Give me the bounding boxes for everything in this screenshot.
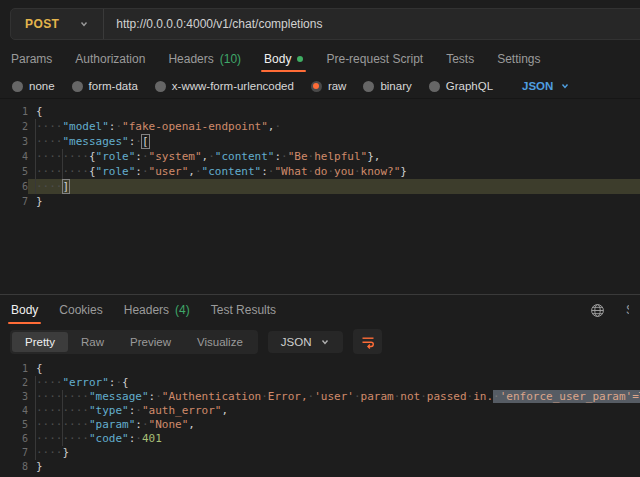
- code-token: "role": [96, 165, 136, 178]
- tab-label: Cookies: [59, 303, 102, 317]
- method-dropdown[interactable]: POST: [11, 9, 103, 39]
- tab-tests[interactable]: Tests: [446, 46, 474, 72]
- code-token: "user": [149, 165, 189, 178]
- code-token: "content": [215, 150, 275, 163]
- radio-label: raw: [328, 80, 347, 92]
- line-content: ····"model":·"fake-openai-endpoint",·: [28, 119, 640, 134]
- tab-headers[interactable]: Headers(4): [124, 296, 190, 324]
- code-token: know?": [361, 165, 401, 178]
- code-token: ·: [354, 165, 361, 178]
- radio-label: form-data: [89, 80, 138, 92]
- tab-authorization[interactable]: Authorization: [75, 46, 145, 72]
- code-token: ·: [155, 390, 162, 403]
- code-token: :: [135, 418, 142, 431]
- radio-icon: [72, 81, 83, 92]
- line-number: 6: [0, 432, 28, 446]
- url-input[interactable]: [104, 16, 640, 32]
- code-line: 8}: [0, 460, 640, 474]
- radio-icon: [429, 81, 440, 92]
- body-type-none[interactable]: none: [12, 80, 55, 92]
- code-token: "param": [89, 418, 135, 431]
- request-tabs: ParamsAuthorizationHeaders(10)BodyPre-re…: [0, 46, 640, 72]
- body-type-form-data[interactable]: form-data: [72, 80, 138, 92]
- modified-dot-icon: [297, 56, 303, 62]
- raw-language-select[interactable]: JSON: [522, 80, 570, 92]
- body-type-x-www-form-urlencoded[interactable]: x-www-form-urlencoded: [155, 80, 294, 92]
- body-type-raw[interactable]: raw: [311, 80, 347, 92]
- code-token: ·: [274, 120, 281, 133]
- code-token: :: [261, 165, 268, 178]
- code-line: 1{: [0, 104, 640, 119]
- tab-label: Pre-request Script: [326, 52, 423, 66]
- line-number: 3: [0, 134, 28, 149]
- response-body-editor[interactable]: 1{2····"error":·{3········"message":·"Au…: [0, 357, 640, 477]
- code-token: ·: [261, 390, 268, 403]
- code-token: ,: [188, 418, 195, 431]
- tab-label: Test Results: [211, 303, 276, 317]
- code-token: "message": [89, 390, 149, 403]
- code-token: "model": [63, 120, 109, 133]
- status-text-fragment: S: [626, 303, 629, 317]
- line-content: {: [28, 104, 640, 119]
- request-body-editor[interactable]: 1{2····"model":·"fake-openai-endpoint",·…: [0, 98, 640, 294]
- view-tab-preview[interactable]: Preview: [117, 332, 184, 352]
- line-content: ········"type":·"auth_error",: [28, 404, 640, 418]
- line-content: ····]: [28, 179, 640, 194]
- code-token: not: [400, 390, 420, 403]
- body-type-graphql[interactable]: GraphQL: [429, 80, 493, 92]
- code-token: ·: [195, 165, 202, 178]
- code-line: 3········"message":·"Authentication·Erro…: [0, 390, 640, 404]
- code-line: 4········"type":·"auth_error",: [0, 404, 640, 418]
- code-token: "Be: [288, 150, 308, 163]
- radio-icon: [155, 81, 166, 92]
- chevron-down-icon: [560, 81, 570, 91]
- line-number: 2: [0, 119, 28, 134]
- line-content: {: [28, 362, 640, 376]
- tab-body[interactable]: Body: [11, 296, 38, 324]
- tab-test-results[interactable]: Test Results: [211, 296, 276, 324]
- line-number: 1: [0, 362, 28, 376]
- tab-label: Headers: [168, 52, 213, 66]
- tab-label: Params: [11, 52, 52, 66]
- code-line: 6····]: [0, 179, 640, 194]
- response-language-label: JSON: [281, 336, 312, 348]
- code-line: 5········{"role":·"user",·"content":·"Wh…: [0, 164, 640, 179]
- tab-pre-request-script[interactable]: Pre-request Script: [326, 46, 423, 72]
- code-line: 5········"param":·"None",: [0, 418, 640, 432]
- code-token: ····: [36, 120, 63, 133]
- tab-headers[interactable]: Headers(10): [168, 46, 241, 72]
- code-line: 7}: [0, 194, 640, 209]
- tab-label: Settings: [497, 52, 540, 66]
- line-number: 5: [0, 164, 28, 179]
- code-token: "fake-openai-endpoint": [122, 120, 268, 133]
- code-line: 3····"messages":·[: [0, 134, 640, 149]
- line-content: ········"code":·401: [28, 432, 640, 446]
- code-line: 6········"code":·401: [0, 432, 640, 446]
- view-tab-pretty[interactable]: Pretty: [12, 332, 68, 352]
- line-number: 3: [0, 390, 28, 404]
- tab-body[interactable]: Body: [264, 46, 303, 72]
- response-section-separator: [0, 294, 640, 295]
- code-token: Error,: [268, 390, 308, 403]
- tab-params[interactable]: Params: [11, 46, 52, 72]
- body-type-binary[interactable]: binary: [363, 80, 411, 92]
- code-token: ·: [420, 390, 427, 403]
- code-token: ·: [135, 432, 142, 445]
- line-content: ········"param":·"None",: [28, 418, 640, 432]
- code-token: [: [142, 135, 149, 148]
- line-content: }: [28, 460, 640, 474]
- code-token: ·: [281, 150, 288, 163]
- wrap-text-button[interactable]: [353, 329, 382, 354]
- view-tab-visualize[interactable]: Visualize: [184, 332, 256, 352]
- code-token: ····: [36, 180, 63, 193]
- tab-cookies[interactable]: Cookies: [59, 296, 102, 324]
- view-tab-raw[interactable]: Raw: [68, 332, 117, 352]
- network-info-button[interactable]: [590, 303, 605, 318]
- code-token: ·: [142, 165, 149, 178]
- code-token: ·: [354, 390, 361, 403]
- line-number: 4: [0, 404, 28, 418]
- code-token: ·: [135, 404, 142, 417]
- tab-settings[interactable]: Settings: [497, 46, 540, 72]
- tab-label: Body: [11, 303, 38, 317]
- response-language-select[interactable]: JSON: [268, 331, 344, 353]
